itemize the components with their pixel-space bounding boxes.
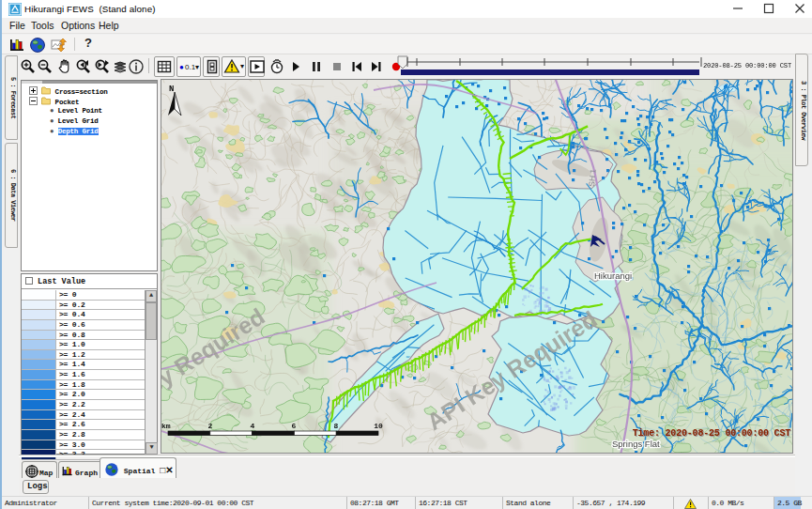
svg-text:10: 10: [374, 422, 383, 430]
svg-text:Springs Flat: Springs Flat: [612, 439, 660, 449]
svg-text:Hikurangi: Hikurangi: [594, 270, 632, 281]
svg-text:N: N: [169, 85, 174, 94]
svg-text:8: 8: [334, 422, 339, 430]
svg-text:Time: 2020-08-25 00:00:00 CST: Time: 2020-08-25 00:00:00 CST: [633, 428, 790, 439]
svg-text:SH 1: SH 1: [587, 168, 598, 187]
svg-text:6: 6: [292, 422, 297, 430]
svg-text:4: 4: [251, 422, 255, 430]
svg-text:km: km: [161, 422, 171, 430]
svg-text:2: 2: [208, 422, 213, 430]
